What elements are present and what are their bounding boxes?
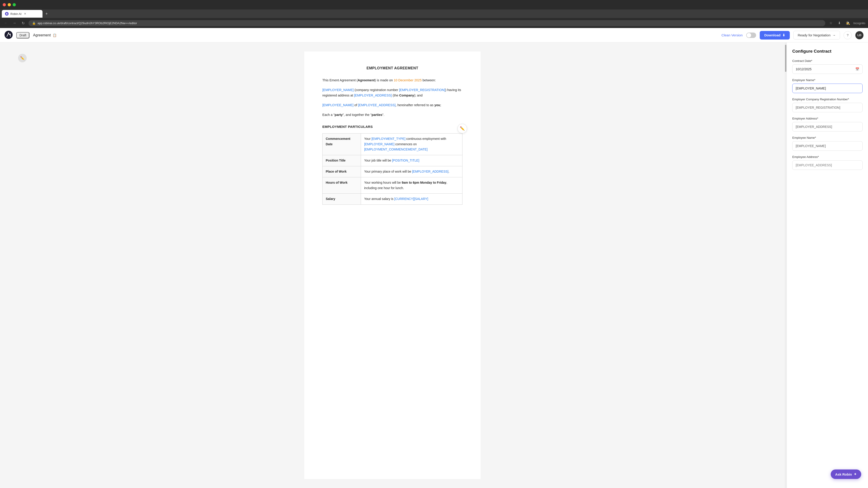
table-row-salary: Salary Your annual salary is [CURRENCY][…: [322, 194, 463, 205]
download-browser-button[interactable]: ⬇: [836, 20, 842, 26]
ask-robin-button[interactable]: Ask Robin ✦: [831, 469, 861, 479]
table-row-commencement: Commencement Date Your [EMPLOYMENT_TYPE]…: [322, 133, 463, 155]
employer-name-table-ref: [EMPLOYER_NAME]: [364, 142, 395, 146]
employer-name-label: Employer Name*: [792, 78, 863, 82]
parties-bold: parties: [372, 113, 382, 117]
employee-text-1: of: [353, 103, 358, 107]
user-avatar[interactable]: LD: [855, 31, 864, 39]
employer-text-1: (company registration number: [354, 88, 399, 92]
draft-badge[interactable]: Draft: [16, 32, 29, 38]
intro-bold-agreement: Agreement: [358, 78, 375, 82]
intro-text-2: ent Agreement (: [334, 78, 358, 82]
app-header: Draft Agreement 📋 Clean Version Download…: [0, 28, 868, 42]
employer-name-input[interactable]: [792, 84, 863, 93]
clean-version-button[interactable]: Clean Version: [721, 33, 743, 37]
employer-reg-input[interactable]: [792, 103, 863, 112]
browser-tab-active[interactable]: Robin AI ✕: [2, 10, 42, 18]
form-field-employer-address: Employer Address*: [792, 117, 863, 131]
section-edit-button[interactable]: ✏️: [458, 124, 467, 133]
table-row-place: Place of Work Your primary place of work…: [322, 166, 463, 177]
svg-point-0: [4, 31, 13, 39]
tab-bar: Robin AI ✕ +: [0, 9, 868, 18]
form-field-contract-date: Contract Date* 10/12/2025 📅: [792, 59, 863, 74]
table-cell-value-commencement: Your [EMPLOYMENT_TYPE] continuous employ…: [361, 133, 463, 155]
panel-title: Configure Contract: [792, 49, 863, 54]
employer-address-input[interactable]: [792, 122, 863, 131]
employer-address-ref: [EMPLOYER_ADDRESS]: [354, 94, 392, 97]
intro-date: 10 December 2025: [394, 78, 422, 82]
form-field-employee-address: Employee Address*: [792, 155, 863, 170]
back-button[interactable]: ←: [3, 20, 9, 26]
position-title-ref: [POSITION_TITLE]: [392, 159, 419, 162]
table-cell-value-position: Your job title will be [POSITION_TITLE]: [361, 155, 463, 166]
ask-robin-label: Ask Robin: [835, 473, 852, 476]
employer-text-3: (the: [392, 94, 399, 97]
employer-company-bold: Company: [399, 94, 414, 97]
minimize-window-button[interactable]: [8, 3, 11, 6]
incognito-button[interactable]: 🕵: [845, 20, 851, 26]
new-tab-button[interactable]: +: [43, 11, 50, 17]
doc-title-text: Agreement: [33, 33, 51, 37]
doc-main-title: EMPLOYMENT AGREEMENT: [322, 65, 463, 71]
browser-chrome: Robin AI ✕ + ← → ↻ 🔒 app.robinai.co.uk/d…: [0, 0, 868, 28]
browser-addressbar: ← → ↻ 🔒 app.robinai.co.uk/draft/contract…: [0, 18, 868, 28]
address-bar[interactable]: 🔒 app.robinai.co.uk/draft/contract/Q29ud…: [29, 20, 825, 26]
bookmark-button[interactable]: ☆: [828, 20, 834, 26]
employment-particulars-heading: EMPLOYMENT PARTICULARS: [322, 124, 463, 130]
maximize-window-button[interactable]: [13, 3, 16, 6]
section-with-edit: EMPLOYMENT PARTICULARS ✏️: [322, 124, 463, 130]
toggle-knob: [747, 33, 751, 37]
clean-version-toggle[interactable]: [746, 33, 756, 38]
forward-button[interactable]: →: [11, 20, 18, 26]
intro-text-4: between:: [422, 78, 436, 82]
scrollbar-track[interactable]: [785, 42, 786, 488]
doc-intro-paragraph: This Ement Agreement (Agreement) is made…: [322, 77, 463, 83]
parties-text-2: ", and together the ": [343, 113, 372, 117]
intro-text-1: This Em: [322, 78, 334, 82]
employee-name-input[interactable]: [792, 141, 863, 151]
employee-name-label: Employee Name*: [792, 136, 863, 139]
table-cell-label-commencement: Commencement Date: [322, 133, 361, 155]
table-row-hours: Hours of Work Your working hours will be…: [322, 177, 463, 194]
hours-bold-ref: 9am to 6pm Monday to Friday: [402, 181, 446, 184]
parties-text-3: ".: [382, 113, 384, 117]
employee-you-bold: you: [434, 103, 440, 107]
browser-actions: ☆ ⬇ 🕵 Incognito: [828, 20, 865, 26]
table-cell-value-place: Your primary place of work will be [EMPL…: [361, 166, 463, 177]
employee-text-3: ;: [440, 103, 441, 107]
contract-date-label: Contract Date*: [792, 59, 863, 63]
employer-text-4: ); and: [414, 94, 423, 97]
download-icon: ⬇: [782, 33, 785, 37]
employment-table: Commencement Date Your [EMPLOYMENT_TYPE]…: [322, 133, 463, 205]
ready-negotiation-label: Ready for Negotiation: [798, 33, 831, 37]
doc-scroll-wrapper: ✏️ EMPLOYMENT AGREEMENT This Ement Agree…: [0, 42, 786, 488]
browser-titlebar: [0, 0, 868, 9]
scrollbar-thumb[interactable]: [785, 45, 786, 72]
arrow-right-icon: →: [832, 33, 836, 37]
download-label: Download: [764, 33, 780, 37]
contract-date-input[interactable]: 10/12/2025 📅: [792, 64, 863, 74]
download-button[interactable]: Download ⬇: [760, 31, 790, 39]
edit-icon-top[interactable]: ✏️: [18, 54, 27, 62]
help-button[interactable]: ?: [844, 31, 852, 39]
doc-employee-paragraph: [EMPLOYEE_NAME] of [EMPLOYEE_ADDRESS], h…: [322, 102, 463, 108]
employee-text-2: , hereinafter referred to as: [396, 103, 434, 107]
close-window-button[interactable]: [3, 3, 6, 6]
app-logo[interactable]: [4, 31, 13, 40]
contract-date-value: 10/12/2025: [796, 67, 811, 71]
copy-icon[interactable]: 📋: [53, 33, 57, 37]
employer-name-ref: [EMPLOYER_NAME]: [322, 88, 354, 92]
employee-name-ref: [EMPLOYEE_NAME]: [322, 103, 353, 107]
employee-address-input[interactable]: [792, 160, 863, 170]
tab-title: Robin AI: [10, 12, 22, 15]
table-cell-label-position: Position Title: [322, 155, 361, 166]
tab-close-button[interactable]: ✕: [23, 12, 27, 15]
main-layout: ✏️ EMPLOYMENT AGREEMENT This Ement Agree…: [0, 42, 868, 488]
ready-negotiation-button[interactable]: Ready for Negotiation →: [794, 31, 840, 39]
reload-button[interactable]: ↻: [20, 20, 26, 26]
incognito-icon: 🕵: [846, 21, 850, 25]
doc-parties-paragraph: Each a "party", and together the "partie…: [322, 112, 463, 118]
document-area[interactable]: ✏️ EMPLOYMENT AGREEMENT This Ement Agree…: [0, 42, 785, 488]
table-cell-value-salary: Your annual salary is [CURRENCY][SALARY]: [361, 194, 463, 205]
doc-title-display: Agreement 📋: [33, 33, 56, 37]
